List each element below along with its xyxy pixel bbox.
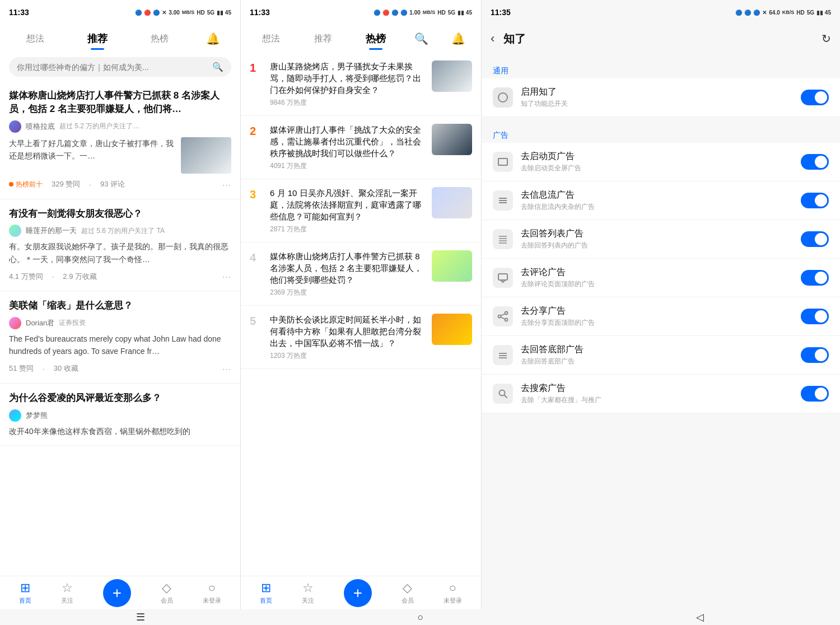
- answer-bottom-ad-sub: 去除回答底部广告: [521, 357, 793, 366]
- settings-row-comment-ad[interactable]: 去评论广告 去除评论页面顶部的广告: [482, 259, 840, 297]
- feed-avatar-4: [9, 409, 21, 422]
- feed-body-3: The Fed's bureaucrats merely copy what J…: [9, 333, 231, 358]
- tab-follow-1[interactable]: ☆ 关注: [61, 581, 73, 605]
- tab-vip-label-2: 会员: [402, 596, 414, 605]
- search-nav-icon[interactable]: 🔍: [414, 32, 428, 45]
- toggle-comment-ad[interactable]: [801, 270, 829, 286]
- hot-list: 1 唐山某路烧烤店，男子骚扰女子未果挨骂，随即动手打人，将受到哪些惩罚？出门在外…: [241, 53, 481, 625]
- feed-item-3[interactable]: 美联储「缩表」是什么意思？ Dorian君 证券投资 The Fed's bur…: [0, 291, 240, 384]
- hot-item-3[interactable]: 3 6 月 10 日吴亦凡强奸、聚众淫乱一案开庭，法院将依法择期宣判，庭审透露了…: [241, 179, 481, 242]
- toggle-feed-ad[interactable]: [801, 193, 829, 208]
- share-ad-sub: 去除分享页面顶部的广告: [521, 318, 793, 328]
- tab-home-2[interactable]: ⊞ 首页: [260, 581, 272, 605]
- feed-author-1: 喷格拉底: [26, 122, 55, 132]
- search-ad-main: 去搜索广告: [521, 383, 793, 394]
- nav-item-recommend[interactable]: 推荐: [82, 29, 113, 49]
- hot-title-3: 6 月 10 日吴亦凡强奸、聚众淫乱一案开庭，法院将依法择期宣判，庭审透露了哪些…: [270, 187, 425, 222]
- settings-row-search-ad[interactable]: 去搜索广告 去除「大家都在搜」与推广: [482, 375, 840, 413]
- nav-item-ideas-2[interactable]: 想法: [256, 30, 286, 48]
- search-ad-icon: [493, 384, 513, 404]
- settings-row-startup-ad[interactable]: 去启动页广告 去除启动页全屏广告: [482, 143, 840, 181]
- feed-item-2[interactable]: 有没有一刻觉得女朋友很恶心？ 睡莲开的那一天 超过 5.6 万的用户关注了 TA…: [0, 199, 240, 292]
- feed-item-1[interactable]: 媒体称唐山烧烤店打人事件警方已抓获 8 名涉案人员，包括 2 名主要犯罪嫌疑人，…: [0, 81, 240, 199]
- tab-follow-label-1: 关注: [61, 596, 73, 605]
- feed-author-2: 睡莲开的那一天: [26, 226, 77, 236]
- tab-home-1[interactable]: ⊞ 首页: [19, 581, 31, 605]
- hot-item-5[interactable]: 5 中美防长会谈比原定时间延长半小时，如何看待中方称「如果有人胆敢把台湾分裂出去…: [241, 306, 481, 369]
- tab-profile-1[interactable]: ○ 未登录: [203, 581, 221, 605]
- hot-rank-4: 4: [250, 251, 263, 264]
- notification-dot: 🔵: [135, 10, 142, 16]
- hot-content-4: 媒体称唐山烧烤店打人事件警方已抓获 8 名涉案人员，包括 2 名主要犯罪嫌疑人，…: [270, 250, 425, 297]
- more-btn-3[interactable]: ···: [222, 362, 231, 375]
- feed-thumb-1: [181, 137, 231, 174]
- settings-row-share-ad[interactable]: 去分享广告 去除分享页面顶部的广告: [482, 297, 840, 336]
- toggle-share-ad[interactable]: [801, 309, 829, 324]
- tab-vip-2[interactable]: ◇ 会员: [402, 581, 414, 605]
- feed-ad-sub: 去除信息流内夹杂的广告: [521, 202, 793, 212]
- hot-rank-5: 5: [250, 315, 263, 328]
- toggle-enable[interactable]: [801, 90, 829, 105]
- hot-title-2: 媒体评唐山打人事件「挑战了大众的安全感，需让施暴者付出沉重代价」，当社会秩序被挑…: [270, 124, 425, 159]
- feed-item-4[interactable]: 为什么谷爱凌的风评最近变那么多？ 梦梦熊 改开40年来像他这样东食西宿，锅里锅外…: [0, 384, 240, 446]
- section-label-ads: 广告: [482, 126, 840, 143]
- search-icon-1[interactable]: 🔍: [212, 62, 223, 72]
- back-btn-3[interactable]: ◁: [696, 611, 704, 623]
- settings-row-answer-bottom-ad[interactable]: 去回答底部广告 去除回答底部广告: [482, 336, 840, 375]
- toggle-startup-ad[interactable]: [801, 154, 829, 170]
- tab-plus-1[interactable]: +: [103, 579, 131, 607]
- refresh-icon[interactable]: ↻: [822, 32, 831, 45]
- tab-home-label-2: 首页: [260, 596, 272, 605]
- panel-hot: 11:33 🔵 🔴 🔵 🔵 1.00 MB/S HD 5G ▮▮ 45 想法 推…: [241, 0, 482, 625]
- bluetooth-icon: ✕: [162, 10, 166, 16]
- toggle-answer-bottom-ad[interactable]: [801, 347, 829, 363]
- settings-nav: ‹ 知了 ↻: [482, 25, 840, 53]
- signal-5g: 5G: [207, 10, 214, 16]
- feed-meta-4: 梦梦熊: [9, 409, 231, 422]
- more-btn-1[interactable]: ···: [222, 178, 231, 191]
- hot-item-2[interactable]: 2 媒体评唐山打人事件「挑战了大众的安全感，需让施暴者付出沉重代价」，当社会秩序…: [241, 116, 481, 179]
- tab-profile-label-1: 未登录: [203, 596, 221, 605]
- search-input-1[interactable]: [17, 63, 208, 72]
- share-ad-text: 去分享广告 去除分享页面顶部的广告: [521, 305, 793, 328]
- tab-profile-2[interactable]: ○ 未登录: [444, 581, 462, 605]
- tab-bar-1: ⊞ 首页 ☆ 关注 + ◇ 会员 ○ 未登录: [0, 576, 240, 609]
- nav-item-ideas-1[interactable]: 想法: [21, 30, 50, 48]
- feed-meta-1: 喷格拉底 超过 5.2 万的用户关注了…: [9, 120, 231, 133]
- hot-heat-3: 2871 万热度: [270, 225, 425, 234]
- feed-ad-icon: [493, 190, 513, 211]
- nav-item-hot-1[interactable]: 热榜: [145, 30, 174, 48]
- settings-row-answer-list-ad[interactable]: 去回答列表广告 去除回答列表内的广告: [482, 220, 840, 259]
- answer-bottom-ad-text: 去回答底部广告 去除回答底部广告: [521, 344, 793, 366]
- more-btn-2[interactable]: ···: [222, 270, 231, 283]
- hot-item-4[interactable]: 4 媒体称唐山烧烤店打人事件警方已抓获 8 名涉案人员，包括 2 名主要犯罪嫌疑…: [241, 242, 481, 306]
- toggle-answer-list-ad[interactable]: [801, 231, 829, 247]
- hot-content-3: 6 月 10 日吴亦凡强奸、聚众淫乱一案开庭，法院将依法择期宣判，庭审透露了哪些…: [270, 187, 425, 234]
- svg-point-12: [505, 319, 508, 321]
- back-button[interactable]: ‹: [491, 31, 494, 46]
- feed-likes-3: 51 赞同: [9, 363, 34, 374]
- hot-title-4: 媒体称唐山烧烤店打人事件警方已抓获 8 名涉案人员，包括 2 名主要犯罪嫌疑人，…: [270, 250, 425, 286]
- bell-icon-2[interactable]: 🔔: [451, 32, 465, 45]
- tab-follow-label-2: 关注: [302, 596, 314, 605]
- tab-vip-1[interactable]: ◇ 会员: [161, 581, 173, 605]
- tab-follow-2[interactable]: ☆ 关注: [302, 581, 314, 605]
- nav-item-recommend-2[interactable]: 推荐: [309, 30, 338, 48]
- tab-plus-2[interactable]: +: [344, 579, 372, 607]
- hot-item-1[interactable]: 1 唐山某路烧烤店，男子骚扰女子未果挨骂，随即动手打人，将受到哪些惩罚？出门在外…: [241, 53, 481, 116]
- feed-stats-1: 热榜前十 329 赞同 · 93 评论 ···: [9, 178, 231, 191]
- bell-icon-1[interactable]: 🔔: [206, 32, 220, 45]
- settings-row-feed-ad[interactable]: 去信息流广告 去除信息流内夹杂的广告: [482, 181, 840, 220]
- feed-stats-2: 4.1 万赞同 · 2.9 万收藏 ···: [9, 270, 231, 283]
- speed-unit: MB/S: [182, 10, 195, 15]
- search-ad-sub: 去除「大家都在搜」与推广: [521, 395, 793, 405]
- hot-title-5: 中美防长会谈比原定时间延长半小时，如何看待中方称「如果有人胆敢把台湾分裂出去，中…: [270, 314, 425, 349]
- nav-item-hot-2[interactable]: 热榜: [360, 29, 391, 49]
- status-time-2: 11:33: [250, 8, 270, 17]
- toggle-search-ad[interactable]: [801, 386, 829, 402]
- hot-img-5: [432, 314, 472, 345]
- feed-avatar-2: [9, 225, 21, 237]
- settings-row-enable[interactable]: 启用知了 知了功能总开关: [482, 78, 840, 117]
- comment-ad-main: 去评论广告: [521, 267, 793, 278]
- profile-icon-2: ○: [449, 581, 456, 595]
